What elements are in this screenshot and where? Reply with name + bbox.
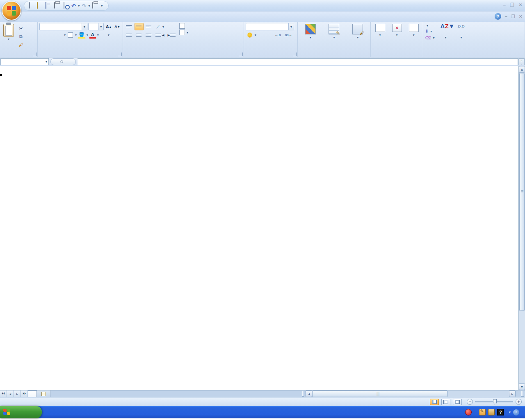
align-left-icon[interactable]	[125, 31, 134, 39]
horizontal-scroll-thumb[interactable]	[312, 390, 447, 397]
last-sheet-icon[interactable]: ⏵⏵	[21, 390, 28, 397]
zoom-slider[interactable]	[475, 401, 513, 402]
insert-cells-button[interactable]: ▾	[374, 23, 387, 51]
bold-button[interactable]	[39, 31, 47, 39]
customize-qat-icon[interactable]: ▾	[101, 4, 103, 8]
clipboard-dialog-launcher[interactable]	[33, 52, 37, 56]
open-folder-icon[interactable]	[37, 2, 43, 9]
comma-style-icon[interactable]	[265, 31, 273, 39]
name-box[interactable]: ▾	[0, 58, 49, 65]
insert-function-button[interactable]	[50, 58, 76, 65]
merge-center-button[interactable]: ▾	[179, 30, 188, 35]
find-select-button[interactable]: ⌕⌕ ▾	[454, 23, 468, 51]
print-icon[interactable]	[92, 2, 99, 9]
vertical-scrollbar[interactable]: ▲ ▼	[518, 66, 525, 390]
copy-icon[interactable]: ⧉	[17, 33, 25, 40]
align-bottom-icon[interactable]	[144, 23, 153, 30]
new-document-icon[interactable]	[28, 2, 35, 9]
save-icon[interactable]	[46, 2, 52, 9]
phonetic-guide-icon[interactable]	[100, 31, 107, 39]
shrink-font-icon[interactable]: A▼	[114, 23, 121, 30]
print-preview-icon[interactable]	[63, 2, 69, 9]
page-break-view-button[interactable]	[453, 399, 462, 405]
quick-print-icon[interactable]	[54, 2, 61, 9]
delete-cells-button[interactable]: ✕ ▾	[390, 23, 404, 51]
number-format-combo[interactable]: ▾	[246, 23, 294, 30]
format-as-table-button[interactable]: ▾	[327, 23, 341, 51]
grow-font-icon[interactable]: A▲	[105, 23, 113, 30]
next-sheet-icon[interactable]: ▸	[14, 390, 21, 397]
increase-indent-icon[interactable]: ▸	[167, 31, 178, 39]
decrease-decimal-icon[interactable]: .00→	[283, 31, 293, 39]
insert-worksheet-tab[interactable]	[37, 390, 51, 397]
borders-icon[interactable]	[66, 31, 74, 39]
help-icon[interactable]: ?	[495, 13, 501, 20]
ime-help-icon[interactable]: ?	[497, 409, 504, 415]
sheet-tab[interactable]	[28, 390, 37, 397]
format-cells-button[interactable]: ▾	[407, 23, 420, 51]
workbook-close-button[interactable]: ✕	[519, 14, 523, 19]
app-close-button[interactable]: ✕	[518, 2, 523, 8]
clear-button[interactable]: ⌫▾	[425, 35, 435, 41]
alignment-dialog-launcher[interactable]	[239, 52, 243, 56]
tab-split-handle[interactable]	[302, 391, 304, 397]
ime-tools-icon[interactable]	[488, 409, 495, 415]
start-button[interactable]	[0, 406, 42, 418]
conditional-formatting-button[interactable]: ▾	[304, 23, 317, 51]
scroll-up-icon[interactable]: ▲	[519, 66, 525, 73]
italic-button[interactable]	[48, 31, 55, 39]
font-name-combo[interactable]: ▾	[39, 23, 87, 30]
orientation-icon[interactable]: ⟋	[154, 23, 162, 30]
horizontal-split-box[interactable]	[521, 391, 524, 397]
fill-color-icon[interactable]: 🪣	[78, 31, 86, 39]
font-color-icon[interactable]: A	[89, 31, 96, 39]
zoom-out-icon[interactable]: −	[467, 399, 473, 405]
app-minimize-button[interactable]: –	[503, 2, 506, 8]
accounting-format-icon[interactable]: 🪙	[246, 31, 254, 39]
cell-styles-button[interactable]: ▾	[351, 23, 365, 51]
percent-style-icon[interactable]	[257, 31, 265, 39]
app-restore-button[interactable]: ❐	[510, 2, 514, 8]
undo-dropdown-icon[interactable]: ▾	[78, 4, 80, 8]
workbook-minimize-button[interactable]: –	[505, 14, 507, 19]
wrap-text-button[interactable]	[179, 23, 188, 29]
scroll-down-icon[interactable]: ▼	[519, 383, 525, 390]
paste-button[interactable]: ▾	[2, 23, 16, 51]
hide-tray-icons-icon[interactable]: ‹	[513, 409, 519, 415]
scroll-right-icon[interactable]: ▸	[509, 390, 516, 397]
align-center-icon[interactable]	[135, 31, 144, 39]
formula-input[interactable]	[78, 58, 518, 65]
fill-button[interactable]: ⬇▾	[425, 29, 435, 34]
undo-icon[interactable]: ↶	[71, 3, 76, 9]
decrease-indent-icon[interactable]: ◂	[154, 31, 166, 39]
align-middle-icon[interactable]	[135, 23, 144, 30]
number-dialog-launcher[interactable]	[293, 52, 297, 56]
first-sheet-icon[interactable]: ⏴⏴	[0, 390, 7, 397]
increase-decimal-icon[interactable]: ←.0	[274, 31, 282, 39]
zoom-slider-handle[interactable]	[493, 399, 497, 405]
autosum-button[interactable]: ▾	[425, 24, 435, 27]
scroll-left-icon[interactable]: ◂	[306, 390, 312, 397]
ime-options-icon[interactable]: ▾	[509, 410, 511, 414]
name-box-dropdown-icon[interactable]: ▾	[46, 60, 48, 64]
normal-view-button[interactable]	[430, 399, 439, 405]
redo-icon[interactable]: ↷	[82, 3, 86, 9]
underline-button[interactable]	[56, 31, 63, 39]
horizontal-scrollbar[interactable]: ◂ ▸	[306, 390, 516, 397]
cut-icon[interactable]: ✂	[17, 25, 25, 32]
prev-sheet-icon[interactable]: ◂	[7, 390, 14, 397]
sort-filter-button[interactable]: AZ▼ ▾	[439, 23, 453, 51]
tray-app-icon[interactable]	[465, 409, 472, 415]
workbook-restore-button[interactable]: ❐	[511, 14, 515, 19]
expand-formula-bar-icon[interactable]: ⌄⌄	[518, 58, 525, 65]
vertical-scroll-thumb[interactable]	[519, 73, 525, 311]
font-dialog-launcher[interactable]	[118, 52, 122, 56]
redo-dropdown-icon[interactable]: ▾	[88, 4, 90, 8]
font-size-combo[interactable]: ▾	[88, 23, 104, 30]
page-layout-view-button[interactable]	[441, 399, 450, 405]
align-top-icon[interactable]	[125, 23, 134, 30]
zoom-in-icon[interactable]: +	[516, 399, 522, 405]
align-right-icon[interactable]	[144, 31, 153, 39]
ime-pad-icon[interactable]	[479, 409, 486, 415]
format-painter-icon[interactable]: 🖌	[17, 41, 25, 48]
